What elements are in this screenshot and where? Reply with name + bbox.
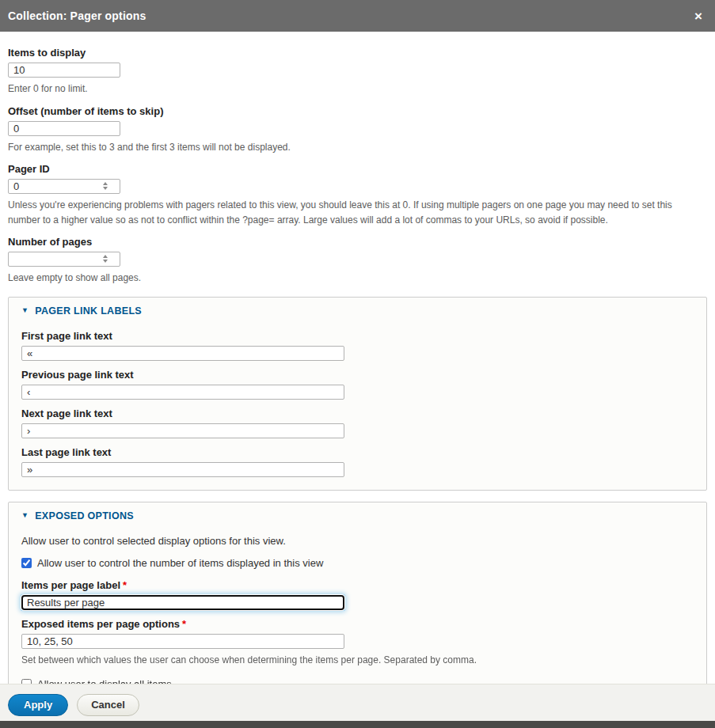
pager-link-labels-legend-label: PAGER LINK LABELS (35, 305, 142, 317)
last-page-link-label: Last page link text (21, 446, 694, 459)
dialog-title: Collection: Pager options (8, 9, 146, 22)
number-of-pages-description: Leave empty to show all pages. (8, 271, 705, 286)
items-to-display-description: Enter 0 for no limit. (8, 82, 705, 97)
exposed-items-options-label: Exposed items per page options* (21, 618, 694, 631)
field-items-to-display: Items to display Enter 0 for no limit. (8, 47, 707, 97)
items-per-page-label-input[interactable] (21, 595, 344, 610)
fieldset-pager-link-labels: ▼ PAGER LINK LABELS First page link text… (8, 297, 707, 491)
field-next-page-link-text: Next page link text (21, 408, 694, 438)
field-offset: Offset (number of items to skip) For exa… (8, 105, 707, 155)
first-page-link-input[interactable] (21, 346, 344, 361)
checkbox-row-control-items: Allow user to control the number of item… (21, 557, 694, 569)
pager-link-labels-legend[interactable]: ▼ PAGER LINK LABELS (21, 305, 694, 317)
close-icon[interactable]: × (691, 8, 705, 25)
apply-button[interactable]: Apply (8, 694, 68, 716)
required-marker: * (182, 618, 186, 630)
field-first-page-link-text: First page link text (21, 330, 694, 361)
exposed-items-options-input[interactable] (21, 634, 344, 649)
dialog-footer: Apply Cancel (0, 684, 715, 721)
page-underlay-bar (0, 721, 715, 728)
cancel-button[interactable]: Cancel (77, 694, 139, 716)
field-items-per-page-label: Items per page label* (21, 579, 694, 610)
control-items-checkbox[interactable] (21, 558, 32, 568)
offset-input-wrap (8, 121, 120, 136)
field-number-of-pages: Number of pages Leave empty to show all … (8, 236, 707, 286)
exposed-options-intro: Allow user to control selected display o… (21, 535, 694, 547)
first-page-link-label: First page link text (21, 330, 694, 343)
exposed-options-legend-label: EXPOSED OPTIONS (35, 510, 134, 521)
field-previous-page-link-text: Previous page link text (21, 369, 694, 400)
exposed-items-options-description: Set between which values the user can ch… (21, 653, 694, 668)
field-exposed-items-per-page-options: Exposed items per page options* Set betw… (21, 618, 694, 668)
items-per-page-label-text: Items per page label (21, 579, 120, 591)
exposed-options-legend[interactable]: ▼ EXPOSED OPTIONS (21, 510, 694, 521)
number-of-pages-input-wrap (8, 252, 120, 267)
next-page-link-label: Next page link text (21, 408, 694, 420)
previous-page-link-input[interactable] (21, 385, 344, 400)
exposed-items-options-label-text: Exposed items per page options (21, 618, 180, 630)
number-spinner-icon[interactable] (103, 182, 108, 190)
pager-id-description: Unless you're experiencing problems with… (8, 198, 705, 227)
collapse-arrow-icon: ▼ (21, 307, 29, 314)
dialog-bottom-area: Apply Cancel (0, 684, 715, 728)
number-of-pages-label: Number of pages (8, 236, 707, 248)
offset-input[interactable] (8, 121, 120, 136)
items-to-display-input[interactable] (8, 63, 120, 78)
offset-label: Offset (number of items to skip) (8, 105, 707, 118)
next-page-link-input[interactable] (21, 423, 344, 438)
collapse-arrow-icon: ▼ (21, 512, 29, 519)
control-items-checkbox-label[interactable]: Allow user to control the number of item… (37, 557, 323, 569)
dialog-titlebar: Collection: Pager options × (0, 0, 715, 32)
required-marker: * (123, 579, 127, 591)
offset-description: For example, set this to 3 and the first… (8, 140, 705, 155)
number-spinner-icon[interactable] (103, 255, 108, 263)
pager-id-input-wrap (8, 179, 120, 194)
last-page-link-input[interactable] (21, 462, 344, 477)
items-per-page-label: Items per page label* (21, 579, 694, 592)
items-to-display-input-wrap (8, 63, 120, 78)
dialog-body: Items to display Enter 0 for no limit. O… (0, 32, 715, 728)
field-last-page-link-text: Last page link text (21, 446, 694, 477)
field-pager-id: Pager ID Unless you're experiencing prob… (8, 163, 707, 227)
previous-page-link-label: Previous page link text (21, 369, 694, 381)
pager-id-label: Pager ID (8, 163, 707, 176)
pager-options-dialog: Collection: Pager options × Items to dis… (0, 0, 715, 728)
items-to-display-label: Items to display (8, 47, 707, 59)
